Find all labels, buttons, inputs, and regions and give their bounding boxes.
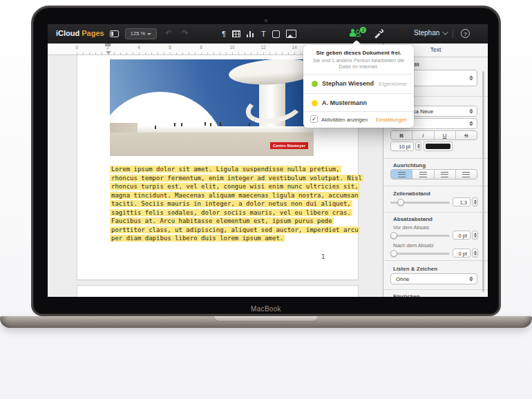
settings-link[interactable]: Einstellungen bbox=[376, 117, 407, 123]
tools-wrench-icon[interactable] bbox=[374, 29, 384, 39]
ruler-mark: 12 bbox=[256, 45, 270, 50]
after-paragraph-label: Nach dem Absatz bbox=[393, 242, 434, 249]
indent-marker[interactable] bbox=[106, 51, 111, 55]
redo-button[interactable]: ↷ bbox=[182, 28, 189, 38]
stepper-icon[interactable] bbox=[468, 121, 473, 127]
slider-thumb[interactable] bbox=[390, 250, 397, 257]
align-justify-button[interactable] bbox=[456, 170, 477, 179]
strikethrough-button[interactable]: S bbox=[456, 131, 477, 139]
owner-name: Stephan Wiesend bbox=[322, 80, 374, 87]
guest-name: A. Mustermann bbox=[322, 99, 367, 106]
page-number: 1 bbox=[316, 254, 325, 260]
before-spacing-slider[interactable] bbox=[390, 233, 450, 239]
align-right-button[interactable] bbox=[435, 170, 456, 179]
sidebar-scrollbar[interactable] bbox=[482, 71, 484, 292]
align-right-icon bbox=[441, 172, 448, 177]
before-spacing-field[interactable]: 0 pt bbox=[453, 231, 471, 240]
collaboration-button[interactable]: 2 bbox=[350, 29, 363, 39]
alignment-label: Ausrichtung bbox=[393, 162, 426, 168]
owner-role: Eigentümer bbox=[379, 81, 407, 87]
line-spacing-slider[interactable] bbox=[390, 200, 450, 206]
popover-subtitle: Datei im Internet. bbox=[303, 64, 414, 70]
align-justify-icon bbox=[462, 172, 470, 177]
brand-icloud: iCloud bbox=[56, 29, 79, 37]
chart-icon[interactable] bbox=[247, 30, 255, 37]
ruler-mark: 4 bbox=[132, 45, 146, 50]
text-line: per diam dapibus libero duis lorem ipsum… bbox=[110, 234, 327, 243]
paragraph-icon[interactable]: ¶ bbox=[222, 30, 226, 38]
undo-button[interactable]: ↶ bbox=[165, 28, 172, 38]
text-line: Faucibus at. Arcu habitasse elementum es… bbox=[110, 217, 327, 226]
media-icon[interactable] bbox=[286, 30, 296, 38]
slider-thumb[interactable] bbox=[390, 232, 397, 239]
ruler-mark: 8 bbox=[194, 45, 208, 50]
user-name: Stephan bbox=[414, 29, 439, 37]
text-line: sagittis felis sodales, dolor sociis mau… bbox=[110, 208, 327, 217]
align-left-button[interactable] bbox=[391, 170, 412, 179]
zoom-value: 125 % bbox=[131, 30, 145, 37]
tabstop-marker[interactable] bbox=[105, 43, 111, 46]
italic-button[interactable]: I bbox=[412, 131, 434, 139]
lists-label: Listen & Zeichen bbox=[393, 266, 437, 272]
after-spacing-slider[interactable] bbox=[390, 251, 450, 257]
font-size-stepper[interactable] bbox=[415, 142, 421, 150]
before-spacing-stepper[interactable] bbox=[472, 231, 478, 240]
lists-dropdown[interactable]: Ohne bbox=[390, 273, 477, 284]
tower-disc bbox=[228, 59, 314, 87]
underline-button[interactable]: U bbox=[435, 131, 456, 139]
toolbar-divider bbox=[453, 29, 453, 39]
text-line: porttitor class, ut adipiscing, aliquet … bbox=[110, 226, 327, 235]
webcam-dot bbox=[265, 19, 267, 22]
help-button[interactable]: ? bbox=[461, 29, 470, 38]
text-line: magna tincidunt. Maecenas aliquam maecen… bbox=[110, 191, 327, 200]
screen: iCloudPages 125 % ↶ ↷ ¶ T bbox=[48, 24, 488, 297]
text-line: Lorem ipsum dolor sit amet. Ligula suspe… bbox=[110, 165, 327, 174]
view-panel-icon[interactable] bbox=[110, 30, 119, 37]
align-left-icon bbox=[398, 172, 406, 177]
align-center-icon bbox=[419, 172, 427, 177]
document-photo[interactable]: Centro Niemeyer bbox=[110, 59, 314, 156]
people-silhouettes bbox=[174, 123, 175, 126]
body-text[interactable]: Lorem ipsum dolor sit amet. Ligula suspe… bbox=[110, 165, 327, 243]
after-spacing-field[interactable]: 0 pt bbox=[453, 249, 471, 257]
after-spacing-stepper[interactable] bbox=[472, 249, 478, 257]
text-line: taciti. Sociis mauris in integer, a dolo… bbox=[110, 200, 327, 208]
insert-toolbar-group: ¶ T bbox=[222, 24, 296, 43]
ruler-mark: 10 bbox=[225, 45, 239, 50]
stepper-icon[interactable] bbox=[468, 75, 473, 81]
table-icon[interactable] bbox=[232, 30, 240, 37]
stage: MacBook iCloudPages 125 % ↶ ↷ ¶ T bbox=[0, 0, 532, 399]
page-2[interactable] bbox=[77, 285, 359, 297]
text-line: rhoncus turpis est, vel elit, congue wis… bbox=[110, 182, 327, 191]
line-spacing-label: Zeilenabstand bbox=[393, 191, 430, 197]
stepper-icon[interactable] bbox=[468, 108, 473, 115]
text-box-icon[interactable]: T bbox=[261, 30, 266, 38]
indent-label: Einrücken bbox=[393, 293, 420, 297]
popover-subtitle: Sie und 1 andere Person bearbeiten die bbox=[303, 57, 414, 64]
slider-thumb[interactable] bbox=[397, 199, 404, 206]
activities-checkbox[interactable]: ✓ bbox=[310, 115, 318, 123]
font-size-field[interactable]: 10 pt bbox=[390, 142, 414, 151]
chevron-down-icon bbox=[442, 29, 448, 35]
zoom-dropdown[interactable]: 125 % bbox=[125, 28, 157, 39]
laptop-lid-notch bbox=[214, 316, 318, 322]
macbook-label: MacBook bbox=[33, 305, 499, 313]
stepper-icon[interactable] bbox=[468, 276, 473, 282]
app-toolbar: iCloudPages 125 % ↶ ↷ ¶ T bbox=[48, 24, 488, 43]
collab-count-badge: 2 bbox=[360, 27, 366, 33]
text-line: rhoncus tempor fermentum, enim integer a… bbox=[110, 174, 327, 183]
line-spacing-stepper[interactable] bbox=[472, 197, 478, 206]
text-color-well[interactable] bbox=[424, 142, 453, 151]
font-format-segment: B I U S bbox=[390, 130, 477, 140]
share-popover: Sie geben dieses Dokument frei. Sie und … bbox=[303, 45, 414, 128]
bold-button[interactable]: B bbox=[391, 131, 412, 139]
ruler-mark: 0 bbox=[70, 45, 84, 50]
line-spacing-field[interactable]: 1,3 bbox=[453, 197, 471, 206]
laptop-bezel: MacBook iCloudPages 125 % ↶ ↷ ¶ T bbox=[31, 6, 501, 316]
photo-caption-badge: Centro Niemeyer bbox=[270, 142, 308, 149]
shape-icon[interactable] bbox=[272, 30, 280, 38]
user-menu[interactable]: Stephan bbox=[414, 29, 446, 37]
before-paragraph-label: Vor dem Absatz bbox=[393, 224, 430, 231]
brand-pages: Pages bbox=[82, 29, 104, 37]
align-center-button[interactable] bbox=[412, 170, 434, 179]
